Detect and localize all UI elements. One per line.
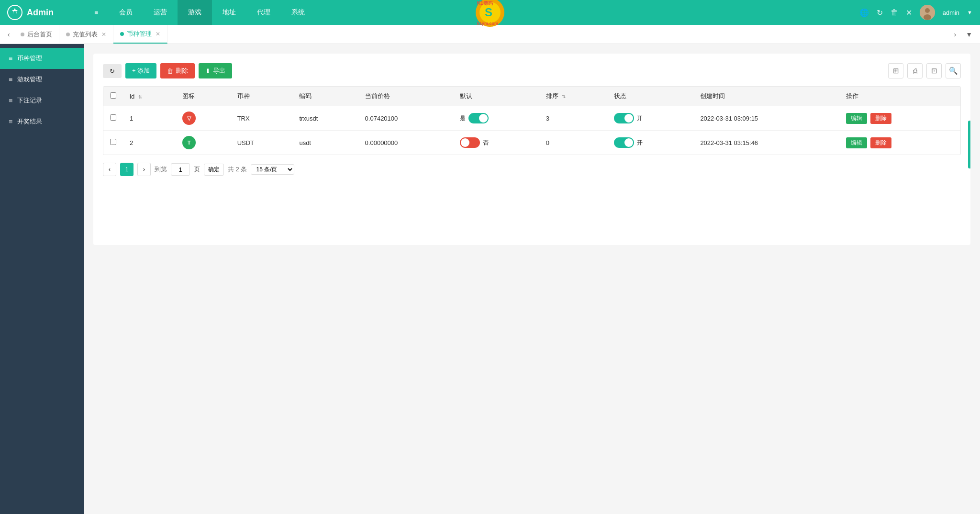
page-label: 页 [194,165,200,174]
logo-area: Admin [0,4,84,21]
batch-delete-btn[interactable]: 🗑 删除 [160,63,195,78]
row2-default-toggle[interactable] [460,137,480,148]
nav-menu: ≡ 会员 运营 游戏 地址 代理 系统 [84,0,859,25]
admin-username[interactable]: admin [943,9,959,16]
sidebar-currency-label: 币种管理 [17,54,42,63]
page-confirm-btn[interactable]: 确定 [204,164,224,176]
tab-next-btn[interactable]: › [950,31,960,38]
add-label: + 添加 [132,67,150,75]
row2-checkbox[interactable] [110,139,116,145]
row1-sort: 3 [539,106,608,131]
avatar[interactable] [920,5,935,20]
nav-agent[interactable]: 代理 [246,0,281,25]
sidebar: ≡ 币种管理 ≡ 游戏管理 ≡ 下注记录 ≡ 开奖结果 [0,44,84,514]
nav-menu-toggle[interactable]: ≡ [84,0,109,25]
user-dropdown-icon[interactable]: ▼ [967,10,972,15]
row2-status-toggle[interactable] [614,137,634,148]
tab-recharge[interactable]: 充值列表 ✕ [59,25,113,44]
row2-status-label: 开 [637,139,643,147]
page-prev-btn[interactable]: ‹ [103,163,116,176]
print-btn[interactable]: ⎙ [907,63,923,78]
row1-checkbox[interactable] [110,114,116,121]
row1-default-knob [479,114,488,123]
page-goto-input[interactable] [171,163,190,176]
delete-icon[interactable]: 🗑 [891,8,898,17]
nav-game[interactable]: 游戏 [178,0,212,25]
col-icon: 图标 [176,87,231,106]
tab-currency[interactable]: 币种管理 ✕ [113,25,167,44]
sort-sort-icon[interactable]: ⇅ [562,94,566,99]
toolbar-right: ⊞ ⎙ ⊡ 🔍 [888,63,961,78]
menu-icon-bets: ≡ [9,97,12,104]
refresh-icon[interactable]: ↻ [877,8,883,17]
menu-icon-game: ≡ [9,76,12,83]
row2-default-label: 否 [483,139,489,147]
delete-label: 删除 [176,67,188,75]
col-id: id ⇅ [123,87,176,106]
sidebar-item-currency[interactable]: ≡ 币种管理 [0,48,84,69]
col-created: 创建时间 [693,87,839,106]
delete-icon-small: 🗑 [167,67,173,75]
row1-status-knob [624,114,633,123]
tab-dot-recharge [66,33,70,36]
sidebar-item-bets[interactable]: ≡ 下注记录 [0,90,84,111]
export-btn[interactable]: ⬇ 导出 [199,63,232,78]
nav-operation[interactable]: 运营 [143,0,178,25]
download-btn[interactable]: ⊡ [926,63,942,78]
nav-system[interactable]: 系统 [281,0,315,25]
tab-currency-close[interactable]: ✕ [156,31,160,37]
add-btn[interactable]: + 添加 [125,63,156,78]
row1-price: 0.07420100 [358,106,453,131]
select-all-checkbox[interactable] [110,92,116,99]
col-status: 状态 [607,87,693,106]
print-icon: ⎙ [913,67,917,75]
page-1-btn[interactable]: 1 [120,163,134,176]
per-page-select[interactable]: 10 条/页 15 条/页 20 条/页 50 条/页 [251,164,294,175]
row2-default-knob [461,138,469,147]
main-layout: ≡ 币种管理 ≡ 游戏管理 ≡ 下注记录 ≡ 开奖结果 ↻ + [0,44,980,514]
row2-edit-btn[interactable]: 编辑 [846,137,867,148]
menu-icon-currency: ≡ [9,55,12,62]
tab-recharge-close[interactable]: ✕ [101,31,106,38]
tab-menu-btn[interactable]: ▼ [962,31,976,38]
sidebar-item-results[interactable]: ≡ 开奖结果 [0,111,84,132]
grid-view-btn[interactable]: ⊞ [888,63,903,78]
row2-price: 0.00000000 [358,131,453,155]
row1-status-toggle[interactable] [614,113,634,123]
row1-default-toggle[interactable] [468,113,489,123]
tab-home-label: 后台首页 [27,30,52,39]
table-row: 2 T USDT usdt 0.00000000 [103,131,960,155]
sidebar-item-game[interactable]: ≡ 游戏管理 [0,69,84,90]
tab-currency-label: 币种管理 [127,30,152,38]
svg-point-1 [13,11,16,14]
tab-prev-btn[interactable]: ‹ [4,25,14,44]
row2-delete-btn[interactable]: 删除 [870,137,891,148]
row1-status-label: 开 [637,114,643,123]
refresh-icon: ↻ [110,67,115,75]
tab-home[interactable]: 后台首页 [14,25,59,44]
expand-icon[interactable]: ✕ [906,8,912,17]
search-btn[interactable]: 🔍 [946,63,961,78]
top-header: Admin ≡ 会员 运营 游戏 地址 代理 系统 S k1ym.com K1源… [0,0,980,25]
sidebar-game-label: 游戏管理 [17,75,42,84]
col-price: 当前价格 [358,87,453,106]
row1-delete-btn[interactable]: 删除 [870,113,891,124]
data-table: id ⇅ 图标 币种 编码 当前价格 默认 排序 ⇅ 状态 创建时间 [103,87,960,155]
table-row: 1 ▽ TRX trxusdt 0.07420100 是 [103,106,960,131]
svg-text:S: S [485,6,492,19]
row2-status-knob [624,138,633,147]
svg-text:k1ym.com: k1ym.com [477,21,498,26]
content-area: ↻ + 添加 🗑 删除 ⬇ 导出 ⊞ [84,44,980,514]
nav-member[interactable]: 会员 [109,0,143,25]
col-code: 编码 [292,87,358,106]
id-sort-icon[interactable]: ⇅ [138,94,142,100]
page-next-btn[interactable]: › [137,163,151,176]
refresh-btn[interactable]: ↻ [103,64,122,78]
tab-bar: ‹ 后台首页 充值列表 ✕ 币种管理 ✕ › ▼ [0,25,980,44]
download-icon: ⊡ [931,67,937,75]
nav-address[interactable]: 地址 [212,0,246,25]
tab-right-btns: › ▼ [950,31,976,38]
col-default: 默认 [453,87,539,106]
globe-icon[interactable]: 🌐 [859,8,869,17]
row1-edit-btn[interactable]: 编辑 [846,113,867,124]
